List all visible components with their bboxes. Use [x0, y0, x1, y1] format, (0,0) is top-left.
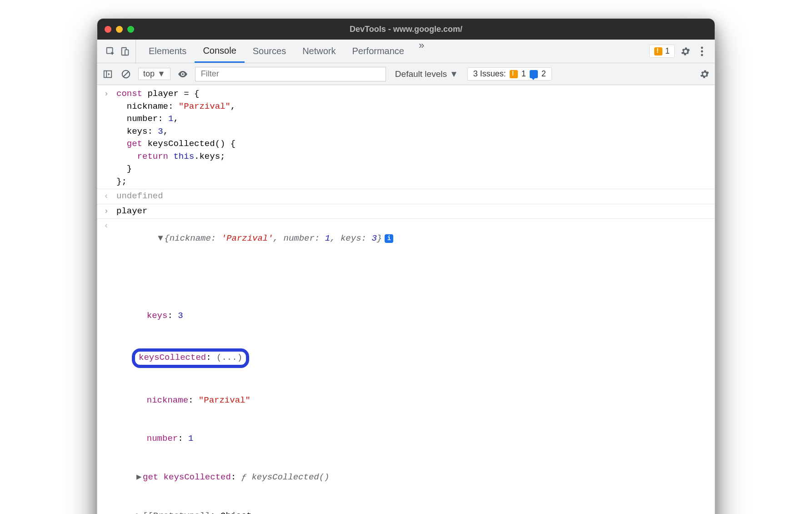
- warning-count: 1: [665, 46, 670, 56]
- output-caret-icon: ‹: [104, 190, 116, 203]
- tab-network[interactable]: Network: [294, 40, 344, 63]
- context-label: top: [143, 69, 155, 79]
- clear-console-icon[interactable]: [120, 68, 132, 80]
- info-badge-icon[interactable]: i: [385, 234, 393, 243]
- svg-point-3: [701, 46, 703, 49]
- disclosure-triangle-icon[interactable]: ▶: [136, 471, 143, 484]
- log-level-label: Default levels: [395, 69, 447, 79]
- inspect-element-icon[interactable]: [105, 45, 116, 57]
- code-block: const player = { nickname: "Parzival", n…: [116, 88, 708, 188]
- tree-row[interactable]: nickname: "Parzival": [136, 394, 708, 408]
- tree-row[interactable]: ▶get keysCollected: ƒ keysCollected(): [136, 471, 708, 484]
- tree-row[interactable]: number: 1: [136, 432, 708, 446]
- filter-input[interactable]: [195, 67, 386, 81]
- settings-icon[interactable]: [680, 46, 691, 57]
- console-input-entry: › const player = { nickname: "Parzival",…: [97, 87, 715, 189]
- more-tabs-button[interactable]: »: [412, 40, 431, 63]
- warning-counter[interactable]: 1: [649, 45, 675, 58]
- toggle-sidebar-icon[interactable]: [102, 68, 114, 80]
- minimize-window-button[interactable]: [116, 26, 123, 33]
- dropdown-caret-icon: ▼: [450, 69, 458, 79]
- live-expression-icon[interactable]: [177, 68, 189, 80]
- svg-rect-6: [104, 71, 112, 77]
- tab-performance[interactable]: Performance: [344, 40, 413, 63]
- zoom-window-button[interactable]: [127, 26, 134, 33]
- input-caret-icon: ›: [104, 88, 116, 188]
- svg-marker-8: [108, 73, 110, 76]
- object-tree: keys: 3 keysCollected: (...) nickname: "…: [97, 258, 715, 514]
- window-titlebar: DevTools - www.google.com/: [97, 19, 715, 40]
- tab-console[interactable]: Console: [195, 40, 244, 63]
- eval-expression: player: [116, 205, 708, 218]
- svg-line-10: [124, 71, 129, 76]
- undefined-result: undefined: [116, 190, 708, 203]
- context-selector[interactable]: top ▼: [138, 68, 170, 80]
- svg-point-11: [182, 73, 184, 75]
- kebab-menu-icon[interactable]: [697, 46, 707, 57]
- devtools-window: DevTools - www.google.com/ Elements Cons…: [97, 18, 715, 514]
- issues-label: 3 Issues:: [473, 69, 506, 79]
- tab-sources[interactable]: Sources: [245, 40, 294, 63]
- console-output-entry: ‹ ▼{nickname: 'Parzival', number: 1, key…: [97, 218, 715, 258]
- traffic-lights: [105, 26, 134, 33]
- svg-point-4: [701, 50, 703, 52]
- console-output-entry: ‹ undefined: [97, 189, 715, 204]
- log-level-selector[interactable]: Default levels ▼: [392, 69, 461, 79]
- warning-icon: [510, 70, 518, 78]
- issues-warn-count: 1: [521, 69, 526, 79]
- warning-icon: [654, 47, 662, 55]
- panel-tabs: Elements Console Sources Network Perform…: [136, 40, 431, 63]
- tabstrip: Elements Console Sources Network Perform…: [97, 40, 715, 63]
- tree-row[interactable]: keys: 3: [136, 309, 708, 323]
- output-caret-icon: ‹: [104, 220, 116, 257]
- dropdown-caret-icon: ▼: [157, 69, 165, 79]
- console-settings-icon[interactable]: [699, 69, 710, 80]
- disclosure-triangle-icon[interactable]: ▶: [136, 510, 143, 514]
- console-input-entry: › player: [97, 204, 715, 219]
- tab-elements[interactable]: Elements: [140, 40, 195, 63]
- issues-counter[interactable]: 3 Issues: 1 2: [467, 67, 552, 81]
- console-body: › const player = { nickname: "Parzival",…: [97, 85, 715, 514]
- svg-point-5: [701, 54, 703, 56]
- issues-info-count: 2: [541, 69, 546, 79]
- close-window-button[interactable]: [105, 26, 111, 33]
- device-toolbar-icon[interactable]: [119, 45, 131, 57]
- input-caret-icon: ›: [104, 205, 116, 218]
- tree-row-highlighted[interactable]: keysCollected: (...): [136, 348, 708, 369]
- console-toolbar: top ▼ Default levels ▼ 3 Issues: 1 2: [97, 63, 715, 85]
- disclosure-triangle-icon[interactable]: ▼: [158, 232, 164, 245]
- info-icon: [530, 70, 538, 78]
- object-summary-row[interactable]: ▼{nickname: 'Parzival', number: 1, keys:…: [116, 220, 708, 257]
- svg-rect-2: [125, 50, 128, 55]
- tree-row[interactable]: ▶[[Prototype]]: Object: [136, 509, 708, 514]
- window-title: DevTools - www.google.com/: [97, 25, 715, 34]
